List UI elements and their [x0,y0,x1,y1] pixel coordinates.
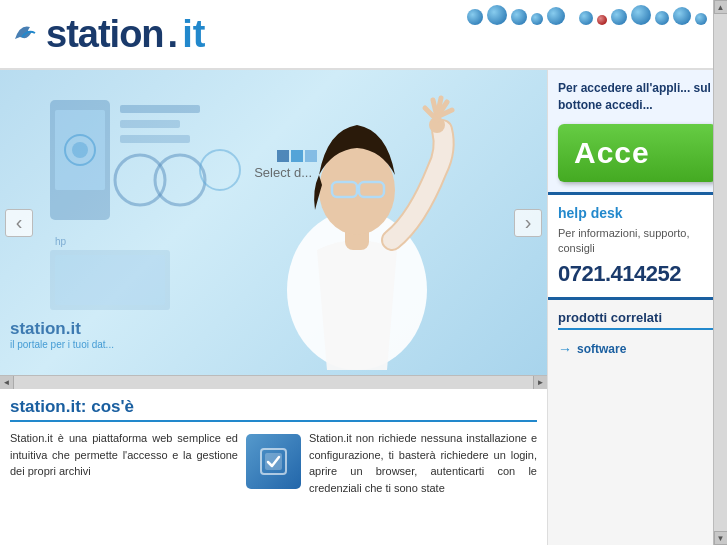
scroll-horizontal-track [14,376,533,390]
left-area: hp [0,70,547,545]
cose-icon [246,434,301,489]
bottom-scrollbar[interactable]: ◄ ► [0,375,547,389]
slide-watermark: station.it il portale per i tuoi dat... [10,319,114,350]
svg-rect-12 [55,255,165,305]
right-sidebar: Per accedere all'appli... sul bottone ac… [547,70,727,545]
prodotti-software-link[interactable]: software [577,342,626,356]
woman-figure [237,70,477,370]
right-scrollbar[interactable]: ▲ ▼ [713,0,727,545]
prodotti-title: prodotti correlati [558,310,717,330]
scroll-left-arrow[interactable]: ◄ [0,376,14,390]
slide-prev-button[interactable]: ‹ [5,209,33,237]
accedi-button[interactable]: Acce [558,124,717,182]
cose-title: station.it: cos'è [10,397,537,422]
logo-text: station [46,13,164,56]
logo-dot: . [168,13,179,56]
svg-point-7 [115,155,165,205]
slide-next-button[interactable]: › [514,209,542,237]
header: station . it [0,0,727,70]
svg-text:hp: hp [55,236,67,247]
logo[interactable]: station . it [10,13,205,56]
slideshow-squares [277,150,317,162]
cose-col1: Station.it è una piattaforma web semplic… [10,430,238,480]
cose-col2: Station.it non richiede nessuna installa… [309,430,537,496]
svg-point-9 [200,150,240,190]
logo-bird-icon [10,19,40,49]
svg-rect-5 [120,120,180,128]
accedi-text: Per accedere all'appli... sul bottone ac… [558,80,717,114]
scroll-track [714,14,728,531]
helpdesk-section: help desk Per informazioni, supporto, co… [548,195,727,301]
cose-section: station.it: cos'è Station.it è una piatt… [0,389,547,545]
accedi-section: Per accedere all'appli... sul bottone ac… [548,70,727,195]
svg-rect-4 [120,105,200,113]
helpdesk-text: Per informazioni, supporto, consigli [558,226,717,257]
cose-content: Station.it è una piattaforma web semplic… [10,430,537,496]
prodotti-section: prodotti correlati → software [548,300,727,545]
svg-rect-6 [120,135,190,143]
select-text: Select d... [254,165,312,180]
svg-point-3 [72,142,88,158]
scroll-down-arrow[interactable]: ▼ [714,531,728,545]
helpdesk-phone: 0721.414252 [558,261,717,287]
scroll-up-arrow[interactable]: ▲ [714,0,728,14]
prodotti-arrow-icon: → [558,341,572,357]
scroll-right-arrow[interactable]: ► [533,376,547,390]
header-decorative-dots [467,5,707,25]
prodotti-item-software[interactable]: → software [558,338,717,360]
svg-point-8 [155,155,205,205]
logo-suffix: it [182,13,205,56]
helpdesk-title: help desk [558,205,717,221]
main-content: hp [0,70,727,545]
slideshow: hp [0,70,547,375]
tech-interface: hp [40,90,260,350]
